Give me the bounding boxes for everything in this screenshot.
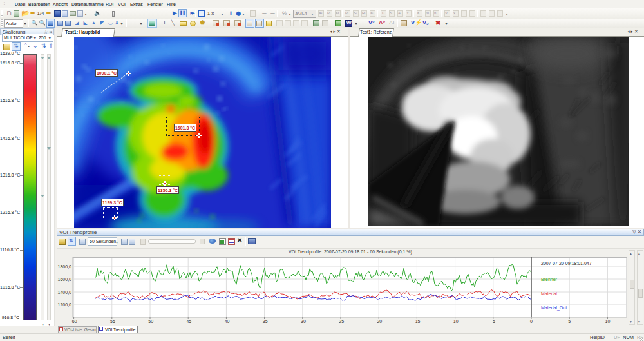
svg-text:-10: -10 [452,319,459,324]
svg-text:5: 5 [568,319,571,324]
svg-text:Material_Out: Material_Out [541,306,567,311]
svg-text:-50: -50 [147,319,153,324]
svg-text:1600,0: 1600,0 [58,277,72,282]
svg-text:Material: Material [541,291,557,296]
svg-text:-40: -40 [223,319,229,324]
svg-text:2007-07-20 09:18:01.047: 2007-07-20 09:18:01.047 [541,261,592,266]
svg-text:-25: -25 [337,319,344,324]
svg-text:1200,0: 1200,0 [58,302,72,307]
svg-text:-55: -55 [109,319,115,324]
svg-text:Brenner: Brenner [541,277,558,282]
svg-text:10: 10 [605,319,611,324]
svg-text:-5: -5 [491,319,495,324]
svg-text:1400,0: 1400,0 [58,290,72,295]
svg-text:-35: -35 [261,319,268,324]
svg-text:-45: -45 [185,319,191,324]
svg-text:-20: -20 [375,319,382,324]
svg-text:-15: -15 [413,319,420,324]
svg-text:0: 0 [530,319,533,324]
svg-text:1800,0: 1800,0 [58,264,72,269]
svg-text:-30: -30 [299,319,306,324]
svg-text:-60: -60 [71,319,77,324]
